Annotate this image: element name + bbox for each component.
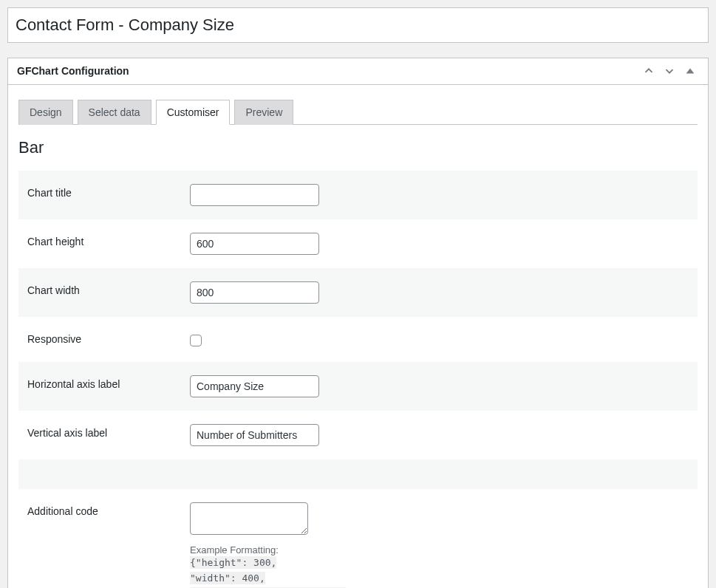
example-code: {"height": 300, "width": 400, "backgroun…	[190, 555, 689, 588]
row-haxis: Horizontal axis label	[18, 362, 698, 411]
additional-code-label: Additional code	[27, 502, 190, 517]
metabox-actions	[640, 62, 699, 80]
page-title: Contact Form - Company Size	[16, 10, 700, 40]
gfchart-config-metabox: GFChart Configuration Design Select data…	[7, 58, 709, 588]
example-line-2: "width": 400,	[190, 572, 265, 584]
example-line-1: {"height": 300,	[190, 556, 276, 569]
vaxis-label: Vertical axis label	[27, 424, 190, 439]
tab-select-data[interactable]: Select data	[78, 100, 151, 126]
toggle-panel-button[interactable]	[681, 62, 699, 80]
row-spacer	[18, 459, 698, 489]
order-up-button[interactable]	[640, 62, 658, 80]
page-title-box: Contact Form - Company Size	[7, 7, 709, 43]
example-heading: Example Formatting:	[190, 544, 689, 555]
responsive-label: Responsive	[27, 330, 190, 345]
chart-height-label: Chart height	[27, 233, 190, 247]
haxis-label: Horizontal axis label	[27, 375, 190, 390]
tabs: Design Select data Customiser Preview	[18, 100, 698, 126]
row-chart-width: Chart width	[18, 268, 698, 317]
additional-code-textarea[interactable]	[190, 502, 308, 535]
chart-width-label: Chart width	[27, 281, 190, 296]
chart-width-input[interactable]	[190, 281, 319, 304]
haxis-input[interactable]	[190, 375, 319, 397]
row-additional-code: Additional code Example Formatting: {"he…	[18, 489, 698, 588]
chevron-up-icon	[642, 64, 655, 78]
chart-title-input[interactable]	[190, 184, 319, 206]
svg-marker-0	[686, 68, 695, 73]
metabox-body: Design Select data Customiser Preview Ba…	[8, 85, 708, 588]
chevron-down-icon	[663, 64, 676, 78]
responsive-checkbox[interactable]	[190, 335, 202, 346]
metabox-header: GFChart Configuration	[8, 58, 708, 85]
caret-up-icon	[683, 64, 697, 78]
metabox-title: GFChart Configuration	[17, 65, 129, 77]
section-heading: Bar	[18, 138, 698, 157]
row-chart-height: Chart height	[18, 219, 698, 268]
row-chart-title: Chart title	[18, 171, 698, 219]
order-down-button[interactable]	[661, 62, 678, 80]
vaxis-input[interactable]	[190, 424, 319, 446]
tab-preview[interactable]: Preview	[234, 100, 293, 126]
row-responsive: Responsive	[18, 317, 698, 362]
tab-customiser[interactable]: Customiser	[156, 100, 231, 126]
chart-height-input[interactable]	[190, 233, 319, 255]
chart-title-label: Chart title	[27, 184, 190, 199]
tab-design[interactable]: Design	[18, 100, 73, 126]
row-vaxis: Vertical axis label	[18, 411, 698, 459]
